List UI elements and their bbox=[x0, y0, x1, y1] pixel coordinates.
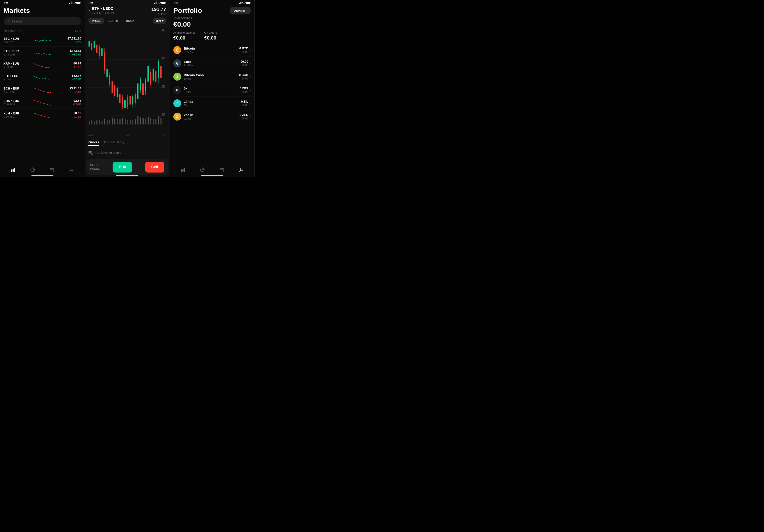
svg-rect-115 bbox=[145, 119, 146, 124]
eth-balance: 0 ETH bbox=[90, 163, 100, 166]
nav-markets-icon-3[interactable] bbox=[181, 167, 185, 173]
chevron-right-icon-3: › bbox=[250, 75, 251, 78]
market-item-6[interactable]: XLM • EUR 6.3M XLM €0.05 -3.78% bbox=[0, 109, 85, 121]
svg-rect-62 bbox=[122, 97, 123, 107]
no-orders-icon bbox=[88, 151, 93, 155]
zrx-crypto: 0 ZRX bbox=[240, 86, 248, 90]
svg-rect-5 bbox=[76, 2, 81, 4]
svg-rect-112 bbox=[137, 116, 138, 124]
available-balance-label: Available balance bbox=[173, 31, 196, 34]
nav-markets-icon[interactable] bbox=[11, 167, 16, 173]
tab-depth[interactable]: DEPTH bbox=[105, 18, 121, 24]
candlestick-chart-area: 194 192 190 188 bbox=[85, 26, 169, 133]
svg-rect-88 bbox=[155, 71, 156, 82]
svg-text:188: 188 bbox=[162, 113, 165, 116]
asset-item-zil[interactable]: Z Zilliqa 0% 0 ZIL €0.00 › bbox=[170, 97, 255, 110]
chevron-right-icon-2: › bbox=[250, 62, 251, 65]
svg-rect-102 bbox=[112, 118, 113, 124]
asset-item-bch[interactable]: ₿ Bitcoin Cash 1.40% 0 BCH €0.00 › bbox=[170, 70, 255, 83]
tab-trade-history[interactable]: Trade History bbox=[103, 140, 124, 146]
svg-rect-120 bbox=[158, 116, 159, 124]
deposit-button[interactable]: DEPOSIT bbox=[230, 7, 251, 14]
section-header: FIAT MARKETS 24HR bbox=[0, 29, 85, 34]
svg-rect-9 bbox=[11, 170, 12, 172]
status-icons-3 bbox=[239, 2, 251, 4]
tab-orders[interactable]: Orders bbox=[88, 140, 99, 146]
svg-rect-11 bbox=[14, 168, 15, 172]
svg-rect-80 bbox=[145, 80, 146, 91]
svg-rect-103 bbox=[114, 119, 115, 124]
svg-point-24 bbox=[159, 3, 159, 3]
asset-item-euro[interactable]: € Euro 11.02% €0.00 €0.00 › bbox=[170, 57, 255, 70]
svg-rect-50 bbox=[106, 69, 108, 77]
svg-point-17 bbox=[51, 168, 51, 169]
nav-profile-icon-3[interactable] bbox=[239, 167, 244, 173]
tab-book[interactable]: BOOK bbox=[122, 18, 138, 24]
market-price-5: €2.84 bbox=[64, 99, 81, 102]
euro-icon: € bbox=[173, 60, 181, 67]
asset-item-bitcoin[interactable]: ₿ Bitcoin 87.58% 0 BTC €0.00 › bbox=[170, 44, 255, 57]
nav-orders-icon-3[interactable] bbox=[220, 167, 224, 173]
home-indicator-3 bbox=[201, 175, 223, 176]
chevron-right-icon-6: › bbox=[250, 115, 251, 118]
svg-point-143 bbox=[241, 168, 242, 170]
svg-rect-92 bbox=[160, 66, 161, 78]
svg-rect-110 bbox=[132, 120, 133, 124]
search-bar[interactable]: Search bbox=[4, 17, 81, 25]
svg-rect-113 bbox=[140, 117, 141, 124]
svg-point-132 bbox=[244, 3, 244, 3]
market-item-1[interactable]: ETH • EUR 34.4k ETH €174.44 +3.69% bbox=[0, 47, 85, 59]
market-price-6: €0.05 bbox=[64, 111, 81, 115]
buy-button[interactable]: Buy bbox=[112, 162, 132, 173]
svg-rect-99 bbox=[104, 119, 105, 124]
market-vol-2: 5.1M XRP bbox=[4, 66, 21, 68]
market-pair-5: EOS • EUR bbox=[4, 99, 21, 103]
svg-rect-124 bbox=[89, 154, 91, 154]
svg-rect-76 bbox=[140, 78, 141, 90]
sell-button[interactable]: Sell bbox=[145, 162, 164, 173]
nav-portfolio-icon-3[interactable] bbox=[200, 167, 205, 173]
svg-rect-78 bbox=[142, 83, 144, 95]
nav-profile-icon[interactable] bbox=[69, 167, 74, 173]
market-item-0[interactable]: BTC • EUR 2.0k BTC €7,731.10 +3.22% bbox=[0, 34, 85, 47]
svg-point-142 bbox=[223, 170, 224, 172]
home-indicator-1 bbox=[32, 175, 53, 176]
orders-section: Orders Trade History You have no orders. bbox=[85, 138, 169, 159]
svg-rect-40 bbox=[94, 41, 95, 48]
svg-rect-94 bbox=[92, 120, 93, 124]
asset-item-zec[interactable]: Z Zcash 0.00% 0 ZEC €0.00 › bbox=[170, 110, 255, 123]
svg-text:192: 192 bbox=[162, 57, 165, 60]
bch-pct: 1.40% bbox=[184, 77, 239, 80]
nav-orders-icon[interactable] bbox=[50, 167, 55, 173]
euro-eur: €0.00 bbox=[241, 64, 248, 67]
svg-point-4 bbox=[74, 3, 75, 3]
bch-name: Bitcoin Cash bbox=[184, 73, 239, 77]
back-button[interactable]: ‹ bbox=[88, 7, 90, 12]
nav-portfolio-icon[interactable] bbox=[30, 167, 35, 173]
market-item-2[interactable]: XRP • EUR 5.1M XRP €0.24 -4.52% bbox=[0, 59, 85, 71]
svg-rect-26 bbox=[165, 2, 166, 3]
status-bar-3: 3:59 bbox=[170, 0, 255, 5]
fiat-markets-label: FIAT MARKETS bbox=[4, 30, 23, 32]
bitcoin-pct: 87.58% bbox=[184, 51, 239, 54]
svg-rect-129 bbox=[240, 2, 240, 4]
asset-item-zrx[interactable]: ⊗ 0x 0.00% 0 ZRX €0.00 › bbox=[170, 83, 255, 97]
svg-rect-21 bbox=[155, 2, 155, 4]
zec-name: Zcash bbox=[184, 113, 240, 117]
svg-rect-111 bbox=[135, 119, 136, 124]
total-holdings-label: Total holdings bbox=[170, 16, 255, 20]
market-item-3[interactable]: LTC • EUR 30.4k LTC €52.67 +0.02% bbox=[0, 71, 85, 84]
zec-eur: €0.00 bbox=[240, 117, 248, 120]
timeframe-button[interactable]: 15M ▾ bbox=[153, 18, 166, 24]
available-balance-col: Available balance €0.00 bbox=[173, 31, 196, 41]
chart-panel: 3:58 ‹ ETH • USDC 10.4k ETH 24hr vol 191… bbox=[85, 0, 170, 177]
market-item-5[interactable]: EOS • EUR 76.9k EOS €2.84 -3.10% bbox=[0, 96, 85, 109]
x-axis: 08:00 11:00 14:00 bbox=[85, 133, 169, 138]
chart-tabs: PRICE DEPTH BOOK 15M ▾ bbox=[85, 18, 169, 26]
market-item-4[interactable]: BCH • EUR 2.5k BCH €211.33 -0.48% bbox=[0, 84, 85, 96]
svg-rect-101 bbox=[109, 120, 110, 124]
trade-bottom-bar: 0 ETH 0 USDC Buy Sell bbox=[87, 159, 168, 175]
tab-price[interactable]: PRICE bbox=[88, 18, 104, 24]
svg-rect-100 bbox=[107, 120, 108, 124]
svg-rect-104 bbox=[117, 119, 118, 124]
